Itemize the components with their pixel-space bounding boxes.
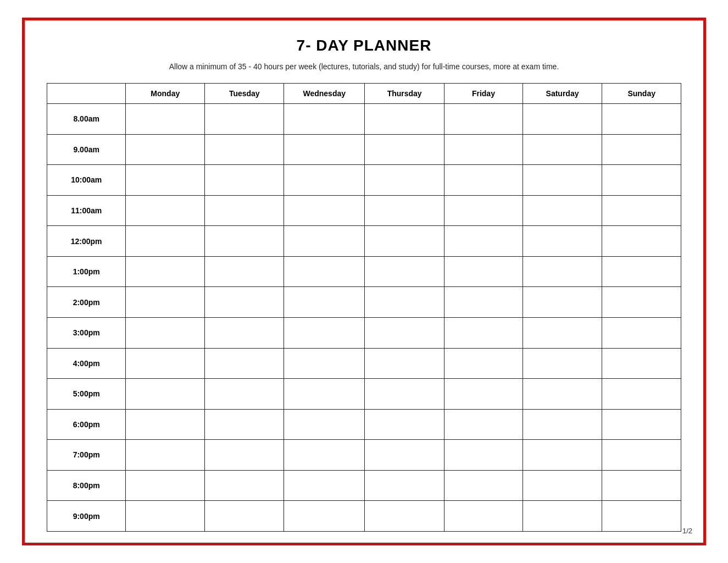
schedule-cell[interactable]	[523, 195, 602, 226]
schedule-cell[interactable]	[444, 256, 523, 287]
schedule-cell[interactable]	[602, 104, 681, 135]
schedule-cell[interactable]	[523, 379, 602, 410]
schedule-cell[interactable]	[365, 195, 444, 226]
schedule-cell[interactable]	[284, 226, 365, 257]
schedule-cell[interactable]	[284, 501, 365, 532]
schedule-cell[interactable]	[126, 226, 205, 257]
schedule-cell[interactable]	[365, 379, 444, 410]
schedule-cell[interactable]	[126, 409, 205, 440]
schedule-cell[interactable]	[126, 104, 205, 135]
schedule-cell[interactable]	[444, 348, 523, 379]
schedule-cell[interactable]	[284, 470, 365, 501]
schedule-cell[interactable]	[126, 195, 205, 226]
schedule-cell[interactable]	[523, 226, 602, 257]
schedule-cell[interactable]	[444, 440, 523, 471]
schedule-cell[interactable]	[602, 287, 681, 318]
table-row: 11:00am	[47, 195, 681, 226]
schedule-cell[interactable]	[602, 409, 681, 440]
schedule-cell[interactable]	[602, 379, 681, 410]
schedule-cell[interactable]	[602, 470, 681, 501]
schedule-cell[interactable]	[284, 195, 365, 226]
schedule-cell[interactable]	[523, 317, 602, 348]
schedule-cell[interactable]	[205, 317, 284, 348]
schedule-cell[interactable]	[284, 440, 365, 471]
schedule-cell[interactable]	[523, 134, 602, 165]
schedule-cell[interactable]	[284, 348, 365, 379]
schedule-cell[interactable]	[365, 226, 444, 257]
schedule-cell[interactable]	[444, 470, 523, 501]
schedule-cell[interactable]	[205, 195, 284, 226]
schedule-cell[interactable]	[284, 256, 365, 287]
schedule-cell[interactable]	[205, 165, 284, 196]
schedule-cell[interactable]	[523, 501, 602, 532]
schedule-cell[interactable]	[284, 287, 365, 318]
schedule-cell[interactable]	[126, 501, 205, 532]
schedule-cell[interactable]	[126, 165, 205, 196]
schedule-cell[interactable]	[205, 256, 284, 287]
schedule-cell[interactable]	[365, 317, 444, 348]
schedule-cell[interactable]	[523, 165, 602, 196]
schedule-cell[interactable]	[205, 501, 284, 532]
schedule-cell[interactable]	[126, 317, 205, 348]
schedule-cell[interactable]	[523, 470, 602, 501]
schedule-cell[interactable]	[365, 134, 444, 165]
schedule-cell[interactable]	[602, 226, 681, 257]
schedule-cell[interactable]	[205, 348, 284, 379]
schedule-cell[interactable]	[444, 195, 523, 226]
schedule-cell[interactable]	[126, 470, 205, 501]
schedule-cell[interactable]	[365, 409, 444, 440]
schedule-cell[interactable]	[523, 104, 602, 135]
schedule-cell[interactable]	[284, 134, 365, 165]
schedule-cell[interactable]	[205, 409, 284, 440]
schedule-cell[interactable]	[602, 134, 681, 165]
schedule-cell[interactable]	[444, 379, 523, 410]
schedule-cell[interactable]	[602, 348, 681, 379]
schedule-cell[interactable]	[365, 501, 444, 532]
schedule-cell[interactable]	[602, 256, 681, 287]
schedule-cell[interactable]	[205, 440, 284, 471]
schedule-cell[interactable]	[602, 440, 681, 471]
schedule-cell[interactable]	[126, 379, 205, 410]
schedule-cell[interactable]	[523, 287, 602, 318]
schedule-cell[interactable]	[126, 440, 205, 471]
schedule-cell[interactable]	[444, 165, 523, 196]
time-cell: 8:00pm	[47, 470, 126, 501]
schedule-cell[interactable]	[444, 134, 523, 165]
schedule-cell[interactable]	[602, 165, 681, 196]
schedule-cell[interactable]	[365, 348, 444, 379]
schedule-cell[interactable]	[444, 226, 523, 257]
schedule-cell[interactable]	[444, 287, 523, 318]
schedule-cell[interactable]	[205, 104, 284, 135]
schedule-cell[interactable]	[444, 104, 523, 135]
schedule-cell[interactable]	[126, 256, 205, 287]
schedule-cell[interactable]	[284, 409, 365, 440]
schedule-cell[interactable]	[284, 317, 365, 348]
schedule-cell[interactable]	[284, 379, 365, 410]
schedule-cell[interactable]	[602, 195, 681, 226]
schedule-cell[interactable]	[284, 104, 365, 135]
schedule-cell[interactable]	[523, 409, 602, 440]
schedule-cell[interactable]	[205, 134, 284, 165]
schedule-cell[interactable]	[205, 379, 284, 410]
schedule-cell[interactable]	[523, 348, 602, 379]
schedule-cell[interactable]	[602, 317, 681, 348]
schedule-cell[interactable]	[365, 287, 444, 318]
schedule-cell[interactable]	[205, 226, 284, 257]
schedule-cell[interactable]	[523, 256, 602, 287]
schedule-cell[interactable]	[365, 104, 444, 135]
schedule-cell[interactable]	[444, 501, 523, 532]
schedule-cell[interactable]	[444, 409, 523, 440]
schedule-cell[interactable]	[365, 470, 444, 501]
schedule-cell[interactable]	[205, 470, 284, 501]
schedule-cell[interactable]	[523, 440, 602, 471]
schedule-cell[interactable]	[284, 165, 365, 196]
schedule-cell[interactable]	[126, 134, 205, 165]
schedule-cell[interactable]	[205, 287, 284, 318]
schedule-cell[interactable]	[126, 287, 205, 318]
schedule-cell[interactable]	[602, 501, 681, 532]
schedule-cell[interactable]	[365, 165, 444, 196]
schedule-cell[interactable]	[444, 317, 523, 348]
schedule-cell[interactable]	[126, 348, 205, 379]
schedule-cell[interactable]	[365, 440, 444, 471]
schedule-cell[interactable]	[365, 256, 444, 287]
